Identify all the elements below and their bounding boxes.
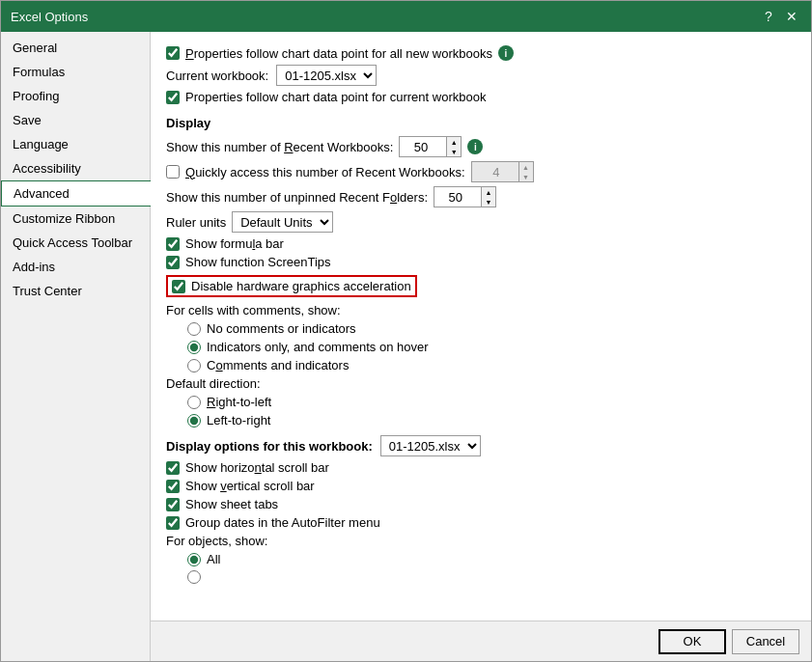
disable-hardware-highlight: Disable hardware graphics acceleration [166,275,417,297]
cancel-button[interactable]: Cancel [732,629,799,654]
group-dates-checkbox[interactable] [166,516,180,530]
formula-bar-row: Show formula bar [166,236,788,251]
comments-indicators-row: Comments and indicators [187,358,788,372]
objects-placeholder-label[interactable] [187,570,207,584]
sidebar: General Formulas Proofing Save Language … [1,32,151,661]
quick-access-label[interactable]: Quickly access this number of Recent Wor… [166,165,465,179]
cells-comments-heading: For cells with comments, show: [166,303,341,317]
sidebar-item-general[interactable]: General [1,36,150,60]
default-direction-heading-row: Default direction: [166,376,788,391]
left-to-right-radio[interactable] [187,414,201,428]
sheet-tabs-label[interactable]: Show sheet tabs [166,497,278,511]
cells-comments-heading-row: For cells with comments, show: [166,303,788,317]
function-screentips-checkbox[interactable] [166,256,180,269]
quick-access-down[interactable]: ▼ [519,172,533,181]
sidebar-item-save[interactable]: Save [1,108,150,132]
objects-placeholder-row [187,570,788,584]
sidebar-item-proofing[interactable]: Proofing [1,84,150,108]
properties-all-workbooks-label[interactable]: Properties follow chart data point for a… [166,46,492,61]
objects-all-text: All [207,552,220,566]
current-workbook-label: Current workbook: [166,69,268,83]
indicators-only-radio[interactable] [187,341,201,354]
quick-access-input[interactable] [471,161,519,182]
display-workbook-dropdown[interactable]: 01-1205.xlsx [380,435,481,456]
left-to-right-row: Left-to-right [187,413,788,428]
recent-workbooks-up[interactable]: ▲ [447,137,461,147]
properties-all-workbooks-checkbox[interactable] [166,46,180,60]
bottom-bar: OK Cancel [151,621,811,661]
objects-all-label[interactable]: All [187,552,220,566]
vertical-scroll-checkbox[interactable] [166,480,180,493]
display-workbook-label: Display options for this workbook: [166,439,373,454]
unpinned-folders-row: Show this number of unpinned Recent Fold… [166,186,788,207]
quick-access-checkbox[interactable] [166,165,180,179]
quick-access-spinner: ▲ ▼ [471,161,534,182]
recent-workbooks-down[interactable]: ▼ [447,147,461,156]
sidebar-item-quick-access-toolbar[interactable]: Quick Access Toolbar [1,231,150,255]
formula-bar-label[interactable]: Show formula bar [166,236,284,251]
no-comments-row: No comments or indicators [187,321,788,336]
no-comments-label[interactable]: No comments or indicators [187,321,356,336]
sidebar-item-trust-center[interactable]: Trust Center [1,279,150,303]
vertical-scroll-label[interactable]: Show vertical scroll bar [166,479,315,493]
recent-workbooks-row: Show this number of Recent Workbooks: ▲ … [166,136,788,157]
unpinned-folders-spinner-buttons: ▲ ▼ [482,186,496,207]
horizontal-scroll-checkbox[interactable] [166,461,180,475]
info-icon-recent-workbooks[interactable]: i [467,139,483,154]
formula-bar-checkbox[interactable] [166,237,180,251]
ok-button[interactable]: OK [658,629,726,654]
function-screentips-text: Show function ScreenTips [185,255,331,269]
vertical-scroll-row: Show vertical scroll bar [166,479,788,493]
unpinned-folders-up[interactable]: ▲ [482,187,495,197]
sidebar-item-accessibility[interactable]: Accessibility [1,156,150,180]
content-area: Properties follow chart data point for a… [151,32,811,661]
objects-all-row: All [187,552,788,566]
left-to-right-label[interactable]: Left-to-right [187,413,270,428]
group-dates-row: Group dates in the AutoFilter menu [166,515,788,530]
quick-access-up[interactable]: ▲ [519,162,533,172]
sheet-tabs-text: Show sheet tabs [185,497,278,511]
title-bar-controls: ? ✕ [759,7,801,26]
sheet-tabs-checkbox[interactable] [166,498,180,511]
comments-indicators-label[interactable]: Comments and indicators [187,358,349,372]
right-to-left-radio[interactable] [187,396,201,409]
sidebar-item-language[interactable]: Language [1,132,150,156]
sidebar-item-formulas[interactable]: Formulas [1,60,150,84]
objects-placeholder-radio[interactable] [187,570,201,584]
info-icon-properties[interactable]: i [498,45,514,61]
properties-current-workbook-checkbox[interactable] [166,91,180,104]
display-workbook-row: Display options for this workbook: 01-12… [166,435,788,456]
sidebar-item-advanced[interactable]: Advanced [1,180,151,207]
sidebar-item-add-ins[interactable]: Add-ins [1,255,150,279]
properties-current-workbook-label[interactable]: Properties follow chart data point for c… [166,90,486,104]
disable-hardware-label: Disable hardware graphics acceleration [191,279,411,293]
function-screentips-label[interactable]: Show function ScreenTips [166,255,331,269]
help-button[interactable]: ? [759,7,778,26]
quick-access-spinner-buttons: ▲ ▼ [519,161,534,182]
unpinned-folders-down[interactable]: ▼ [482,197,495,207]
title-bar: Excel Options ? ✕ [1,1,811,32]
comments-indicators-radio[interactable] [187,359,201,372]
indicators-only-label[interactable]: Indicators only, and comments on hover [187,340,429,354]
horizontal-scroll-label[interactable]: Show horizontal scroll bar [166,460,329,475]
quick-access-row: Quickly access this number of Recent Wor… [166,161,788,182]
excel-options-dialog: Excel Options ? ✕ General Formulas Proof… [0,0,812,662]
group-dates-label[interactable]: Group dates in the AutoFilter menu [166,515,380,530]
sidebar-item-customize-ribbon[interactable]: Customize Ribbon [1,207,150,231]
default-direction-heading: Default direction: [166,376,261,391]
no-comments-radio[interactable] [187,322,201,336]
current-workbook-row: Current workbook: 01-1205.xlsx [166,65,788,86]
ruler-units-dropdown[interactable]: Default Units Inches Centimeters Millime… [232,211,333,233]
objects-all-radio[interactable] [187,553,201,566]
for-objects-heading-row: For objects, show: [166,534,788,548]
recent-workbooks-input[interactable] [399,136,447,157]
recent-workbooks-label: Show this number of Recent Workbooks: [166,140,393,154]
close-button[interactable]: ✕ [782,7,801,26]
disable-hardware-checkbox[interactable] [172,280,185,293]
dialog-body: General Formulas Proofing Save Language … [1,32,811,661]
unpinned-folders-input[interactable] [434,186,482,207]
right-to-left-text: Right-to-left [207,395,271,409]
display-heading: Display [166,116,788,130]
current-workbook-dropdown[interactable]: 01-1205.xlsx [276,65,377,86]
right-to-left-label[interactable]: Right-to-left [187,395,271,409]
